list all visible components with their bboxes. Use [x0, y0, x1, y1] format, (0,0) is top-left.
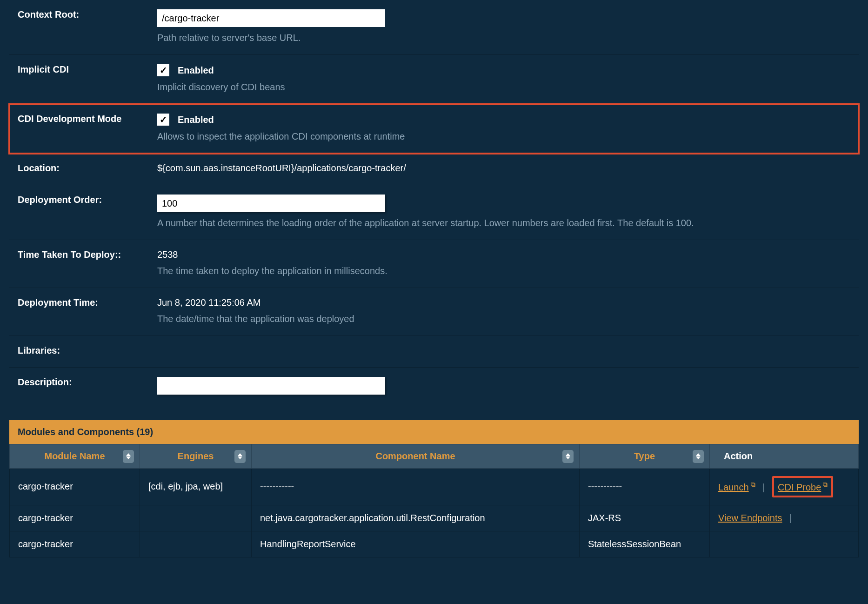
cell-module: cargo-tracker — [10, 505, 140, 531]
deployment-time-hint: The date/time that the application was d… — [157, 314, 850, 324]
external-link-icon: ⧉ — [751, 481, 755, 489]
cell-module: cargo-tracker — [10, 469, 140, 505]
label-context-root: Context Root: — [9, 0, 149, 55]
cell-action: Launch⧉ | CDI Probe⧉ — [710, 469, 859, 505]
view-endpoints-link[interactable]: View Endpoints — [718, 513, 782, 523]
label-cdi-dev-mode: CDI Development Mode — [9, 104, 149, 154]
label-implicit-cdi: Implicit CDI — [9, 55, 149, 104]
action-separator: | — [762, 482, 765, 492]
label-description: Description: — [9, 368, 149, 406]
cell-type: ----------- — [580, 469, 710, 505]
time-taken-hint: The time taken to deploy the application… — [157, 266, 850, 276]
cell-engines — [140, 505, 252, 531]
context-root-hint: Path relative to server's base URL. — [157, 33, 850, 43]
external-link-icon: ⧉ — [823, 481, 828, 489]
libraries-value — [149, 336, 859, 368]
row-deployment-time: Deployment Time: Jun 8, 2020 11:25:06 AM… — [9, 288, 859, 336]
implicit-cdi-check-label: Enabled — [178, 65, 214, 76]
time-taken-value: 2538 — [157, 249, 850, 260]
deployment-order-hint: A number that determines the loading ord… — [157, 218, 850, 228]
cell-action: View Endpoints | — [710, 505, 859, 531]
cell-action — [710, 531, 859, 557]
cdi-probe-highlight: CDI Probe⧉ — [772, 476, 833, 497]
cell-type: JAX-RS — [580, 505, 710, 531]
row-location: Location: ${com.sun.aas.instanceRootURI}… — [9, 154, 859, 185]
cdi-dev-mode-hint: Allows to inspect the application CDI co… — [157, 131, 850, 142]
app-properties-form: Context Root: Path relative to server's … — [9, 0, 859, 406]
row-libraries: Libraries: — [9, 336, 859, 368]
implicit-cdi-checkbox[interactable]: ✓ — [157, 64, 169, 76]
modules-section-header: Modules and Components (19) — [9, 420, 859, 444]
table-row: cargo-tracker net.java.cargotracker.appl… — [10, 505, 859, 531]
table-row: cargo-tracker HandlingReportService Stat… — [10, 531, 859, 557]
action-separator: | — [789, 513, 792, 523]
col-header-component[interactable]: Component Name — [252, 444, 580, 469]
cell-engines — [140, 531, 252, 557]
cell-module: cargo-tracker — [10, 531, 140, 557]
sort-icon[interactable] — [562, 450, 574, 463]
description-input[interactable] — [157, 377, 385, 395]
cell-component: HandlingReportService — [252, 531, 580, 557]
col-header-action: Action — [710, 444, 859, 469]
cdi-probe-link[interactable]: CDI Probe⧉ — [778, 482, 828, 492]
cell-component: ----------- — [252, 469, 580, 505]
cell-component: net.java.cargotracker.application.util.R… — [252, 505, 580, 531]
sort-icon[interactable] — [234, 450, 246, 463]
cell-engines: [cdi, ejb, jpa, web] — [140, 469, 252, 505]
col-header-engines[interactable]: Engines — [140, 444, 252, 469]
sort-icon[interactable] — [123, 450, 134, 463]
cdi-dev-mode-check-label: Enabled — [178, 114, 214, 125]
modules-table: Module Name Engines Component Name Type … — [9, 444, 859, 557]
row-deployment-order: Deployment Order: A number that determin… — [9, 185, 859, 240]
row-context-root: Context Root: Path relative to server's … — [9, 0, 859, 55]
cdi-dev-mode-checkbox[interactable]: ✓ — [157, 114, 169, 126]
label-libraries: Libraries: — [9, 336, 149, 368]
row-cdi-dev-mode: CDI Development Mode ✓ Enabled Allows to… — [9, 104, 859, 154]
sort-icon[interactable] — [693, 450, 704, 463]
deployment-order-input[interactable] — [157, 195, 385, 212]
table-row: cargo-tracker [cdi, ejb, jpa, web] -----… — [10, 469, 859, 505]
label-location: Location: — [9, 154, 149, 185]
label-deployment-order: Deployment Order: — [9, 185, 149, 240]
label-time-taken: Time Taken To Deploy:: — [9, 240, 149, 288]
row-implicit-cdi: Implicit CDI ✓ Enabled Implicit discover… — [9, 55, 859, 104]
context-root-input[interactable] — [157, 9, 385, 27]
col-header-type[interactable]: Type — [580, 444, 710, 469]
cell-type: StatelessSessionBean — [580, 531, 710, 557]
row-description: Description: — [9, 368, 859, 406]
implicit-cdi-hint: Implicit discovery of CDI beans — [157, 82, 850, 93]
col-header-module[interactable]: Module Name — [10, 444, 140, 469]
row-time-taken: Time Taken To Deploy:: 2538 The time tak… — [9, 240, 859, 288]
location-value: ${com.sun.aas.instanceRootURI}/applicati… — [149, 154, 859, 185]
deployment-time-value: Jun 8, 2020 11:25:06 AM — [157, 297, 850, 308]
label-deployment-time: Deployment Time: — [9, 288, 149, 336]
launch-link[interactable]: Launch⧉ — [718, 482, 755, 492]
